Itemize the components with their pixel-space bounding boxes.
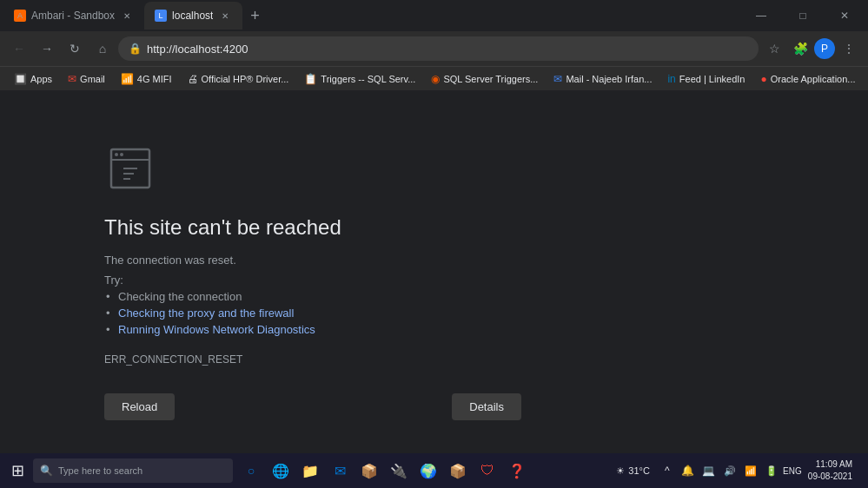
bookmark-sql-server-icon: ◉ xyxy=(431,73,440,85)
bookmark-gmail[interactable]: ✉ Gmail xyxy=(61,71,112,87)
bookmark-mail-icon: ✉ xyxy=(553,73,562,85)
taskbar-app4[interactable]: 🛡 xyxy=(474,458,500,484)
taskbar-cortana[interactable]: ○ xyxy=(238,458,264,484)
error-title: This site can't be reached xyxy=(104,215,341,240)
profile-button[interactable]: P xyxy=(814,38,835,59)
back-button[interactable]: ← xyxy=(7,36,31,61)
bookmark-sql-icon: 📋 xyxy=(304,73,317,85)
bookmark-apps[interactable]: 🔲 Apps xyxy=(7,71,59,87)
taskbar-time-value: 11:09 AM xyxy=(816,458,852,471)
error-try-label: Try: xyxy=(104,274,123,287)
app1-icon: 🔌 xyxy=(390,463,407,479)
bookmark-gmail-icon: ✉ xyxy=(68,73,76,85)
suggestion-proxy-link[interactable]: Checking the proxy and the firewall xyxy=(118,307,294,320)
bookmark-sql-label: Triggers -- SQL Serv... xyxy=(321,74,415,84)
bookmark-apps-icon: 🔲 xyxy=(14,73,27,85)
suggestion-run-diagnostics: Running Windows Network Diagnostics xyxy=(118,323,315,336)
address-input[interactable] xyxy=(147,43,748,56)
bookmark-sql-server-label: SQL Server Triggers... xyxy=(443,74,538,84)
weather-widget[interactable]: ☀ 31°C xyxy=(611,465,655,477)
mail-icon: ✉ xyxy=(335,463,346,479)
bookmark-sql-triggers[interactable]: 📋 Triggers -- SQL Serv... xyxy=(297,71,422,87)
help-icon: ❓ xyxy=(508,463,526,479)
tab-localhost-title: localhost xyxy=(172,10,213,22)
bookmark-4gmifi-label: 4G MIFI xyxy=(137,74,172,84)
taskbar-dropbox[interactable]: 📦 xyxy=(356,458,382,484)
taskbar-date-value: 09-08-2021 xyxy=(808,471,852,483)
maximize-button[interactable]: □ xyxy=(783,0,823,31)
systray-language[interactable]: ENG xyxy=(784,462,801,479)
taskbar-edge[interactable]: 🌐 xyxy=(268,458,294,484)
systray-notifications[interactable]: 🔔 xyxy=(679,462,697,479)
minimize-button[interactable]: — xyxy=(741,0,781,31)
forward-button[interactable]: → xyxy=(35,36,59,61)
bookmark-4gmifi[interactable]: 📶 4G MIFI xyxy=(114,71,179,87)
show-desktop-button[interactable] xyxy=(859,453,865,488)
taskbar-search-placeholder: Type here to search xyxy=(58,465,142,476)
toolbar-right-icons: ☆ 🧩 P ⋮ xyxy=(762,36,861,61)
error-actions: Reload Details xyxy=(104,393,521,420)
reload-button[interactable]: ↻ xyxy=(63,36,87,61)
taskbar-app3[interactable]: 📦 xyxy=(445,458,471,484)
new-tab-button[interactable]: + xyxy=(242,3,267,28)
cortana-icon: ○ xyxy=(248,464,255,478)
home-button[interactable]: ⌂ xyxy=(90,36,115,61)
systray: ^ 🔔 💻 🔊 📶 🔋 ENG xyxy=(659,462,801,479)
systray-hardware[interactable]: 💻 xyxy=(700,462,718,479)
taskbar-search-icon: 🔍 xyxy=(40,465,53,477)
app2-icon: 🌍 xyxy=(420,463,437,479)
systray-battery[interactable]: 🔋 xyxy=(763,462,780,479)
bookmark-oracle[interactable]: ● Oracle Application... xyxy=(753,71,862,87)
close-button[interactable]: ✕ xyxy=(825,0,865,31)
bookmark-hp-label: Official HP® Driver... xyxy=(202,74,289,84)
weather-temp: 31°C xyxy=(628,465,650,476)
start-icon: ⊞ xyxy=(11,461,24,480)
bookmark-oracle-label: Oracle Application... xyxy=(771,74,856,84)
extension-button[interactable]: 🧩 xyxy=(788,36,812,61)
reload-button[interactable]: Reload xyxy=(104,393,175,420)
bookmark-gmail-label: Gmail xyxy=(80,74,105,84)
bookmark-linkedin[interactable]: in Feed | LinkedIn xyxy=(660,71,752,87)
taskbar-clock[interactable]: 11:09 AM 09-08-2021 xyxy=(805,458,856,483)
taskbar-search[interactable]: 🔍 Type here to search xyxy=(33,458,233,483)
bookmarks-more-button[interactable]: » xyxy=(865,72,868,86)
tab-ambari-title: Ambari - Sandbox xyxy=(31,10,115,22)
taskbar-right: ☀ 31°C ^ 🔔 💻 🔊 📶 🔋 ENG 11:09 AM 09-08-20… xyxy=(611,453,865,488)
taskbar-files[interactable]: 📁 xyxy=(297,458,323,484)
svg-point-3 xyxy=(120,153,123,156)
error-subtitle: The connection was reset. xyxy=(104,254,236,267)
star-button[interactable]: ☆ xyxy=(762,36,786,61)
bookmark-oracle-icon: ● xyxy=(760,73,766,85)
tab-localhost-close[interactable]: ✕ xyxy=(218,9,232,23)
details-button[interactable]: Details xyxy=(452,393,521,420)
tab-ambari[interactable]: A Ambari - Sandbox ✕ xyxy=(3,2,144,30)
taskbar-mail[interactable]: ✉ xyxy=(327,458,353,484)
start-button[interactable]: ⊞ xyxy=(3,457,31,485)
address-bar[interactable]: 🔒 xyxy=(118,36,759,61)
systray-volume[interactable]: 🔊 xyxy=(721,462,739,479)
taskbar: ⊞ 🔍 Type here to search ○ 🌐 📁 ✉ 📦 🔌 🌍 📦 xyxy=(0,453,868,488)
bookmark-4gmifi-icon: 📶 xyxy=(121,73,134,85)
taskbar-app1[interactable]: 🔌 xyxy=(386,458,412,484)
bookmark-mail-najeeb[interactable]: ✉ Mail - Najeeb Irfan... xyxy=(547,71,659,87)
bookmark-hp[interactable]: 🖨 Official HP® Driver... xyxy=(181,71,296,87)
taskbar-help[interactable]: ❓ xyxy=(504,458,530,484)
files-icon: 📁 xyxy=(301,463,319,479)
error-code: ERR_CONNECTION_RESET xyxy=(104,353,242,366)
menu-button[interactable]: ⋮ xyxy=(837,36,861,61)
svg-point-2 xyxy=(115,153,118,156)
systray-network[interactable]: 📶 xyxy=(742,462,759,479)
taskbar-apps: ○ 🌐 📁 ✉ 📦 🔌 🌍 📦 🛡 ❓ xyxy=(238,458,530,484)
tab-ambari-close[interactable]: ✕ xyxy=(120,9,134,23)
bookmark-sql-server[interactable]: ◉ SQL Server Triggers... xyxy=(424,71,545,87)
error-page: This site can't be reached The connectio… xyxy=(0,90,868,453)
tab-localhost[interactable]: L localhost ✕ xyxy=(144,2,242,30)
toolbar: ← → ↻ ⌂ 🔒 ☆ 🧩 P ⋮ xyxy=(0,31,868,66)
lock-icon: 🔒 xyxy=(129,43,142,55)
taskbar-app2[interactable]: 🌍 xyxy=(415,458,441,484)
bookmark-linkedin-label: Feed | LinkedIn xyxy=(679,74,745,84)
weather-icon: ☀ xyxy=(616,465,625,477)
systray-expand[interactable]: ^ xyxy=(659,462,676,479)
suggestion-diagnostics-link[interactable]: Running Windows Network Diagnostics xyxy=(118,323,315,336)
suggestion-text: Checking the connection xyxy=(118,290,242,303)
